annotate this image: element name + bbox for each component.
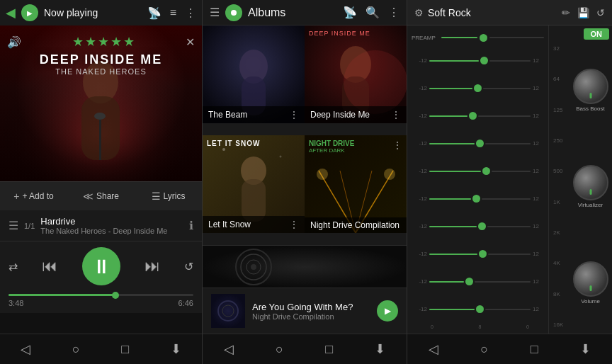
- app-logo: [225, 4, 242, 21]
- nowplaying-header: ◀ ▶ Now playing 📡 ≡ ⋮: [0, 0, 202, 25]
- album-beam-more[interactable]: ⋮: [289, 109, 299, 120]
- eq-slider-1[interactable]: [429, 57, 531, 64]
- equalizer-icon[interactable]: ≡: [170, 6, 176, 19]
- eq-slider-7[interactable]: [429, 222, 531, 230]
- logo-inner: [231, 10, 237, 16]
- nav-down-eq[interactable]: ⬇: [569, 339, 602, 360]
- nav-down[interactable]: ⬇: [159, 339, 193, 360]
- nav-back[interactable]: ◁: [9, 339, 42, 360]
- virtualizer-knob[interactable]: [573, 165, 608, 200]
- preamp-fill-left: [441, 37, 477, 38]
- play-status-icon[interactable]: ▶: [21, 4, 38, 21]
- knob-indicator-v: [589, 189, 591, 195]
- back-icon[interactable]: ◀: [6, 5, 16, 21]
- eq-on-button[interactable]: ON: [584, 28, 610, 40]
- eq-settings-icon[interactable]: ⚙: [414, 7, 424, 18]
- eq-slider-3[interactable]: [429, 112, 531, 120]
- album-card-unknown[interactable]: [203, 245, 407, 288]
- search-icon[interactable]: 🔍: [366, 6, 380, 19]
- svg-point-4: [94, 113, 106, 120]
- bass-boost-knob[interactable]: [573, 69, 608, 104]
- bass-boost-label: Bass Boost: [576, 106, 604, 112]
- eq-slider-6[interactable]: [429, 195, 531, 203]
- nav-back-albums[interactable]: ◁: [212, 339, 245, 360]
- album-deep-more[interactable]: ⋮: [391, 109, 401, 120]
- eq-reset-icon[interactable]: ↺: [596, 7, 605, 18]
- album-card-deep[interactable]: DEEP INSIDE ME Deep Inside Me ⋮: [305, 25, 407, 123]
- virtualizer-knob-container: Virtualizer: [573, 165, 608, 208]
- album-card-snow[interactable]: LET IT SNOW Let It Snow ⋮: [203, 135, 305, 233]
- nav-square[interactable]: □: [110, 339, 140, 360]
- play-icon: ▶: [385, 306, 391, 316]
- bottom-play-button[interactable]: ▶: [377, 300, 398, 322]
- albums-grid: The Beam ⋮: [203, 25, 407, 245]
- progress-fill: [8, 294, 115, 296]
- eq-row-1: -12 12: [407, 51, 548, 71]
- next-button[interactable]: ⏭: [144, 257, 160, 275]
- nowplaying-title: Now playing: [44, 7, 142, 18]
- eq-content: PREAMP -12 12: [407, 25, 612, 334]
- repeat-button[interactable]: ↺: [184, 260, 193, 273]
- progress-times: 3:48 6:46: [8, 299, 193, 307]
- eq-slider-rows: -12 12 -12 12: [407, 47, 548, 323]
- queue-info: ☰ 1/1 Hardrive The Naked Heroes - Deep I…: [0, 210, 202, 241]
- preamp-slider[interactable]: [441, 34, 544, 42]
- on-button-container: ON: [552, 28, 609, 40]
- volume-knob[interactable]: [573, 261, 608, 297]
- eq-slider-2[interactable]: [429, 84, 531, 92]
- eq-slider-9[interactable]: [429, 278, 531, 285]
- eq-slider-8[interactable]: [429, 250, 531, 258]
- volume-icon[interactable]: 🔊: [7, 35, 21, 49]
- star-rating[interactable]: ★★★★★: [72, 34, 135, 50]
- lyrics-button[interactable]: ☰ Lyrics: [135, 188, 202, 205]
- nowplaying-header-actions: 📡 ≡ ⋮: [147, 6, 196, 20]
- snow-text: LET IT SNOW: [207, 140, 260, 147]
- bass-boost-knob-container: Bass Boost: [573, 69, 608, 112]
- nav-down-albums[interactable]: ⬇: [363, 339, 397, 360]
- preamp-row: PREAMP: [407, 28, 548, 47]
- virtualizer-label: Virtualizer: [578, 202, 603, 208]
- queue-icon: ☰: [8, 219, 18, 232]
- nav-home[interactable]: ○: [61, 339, 91, 360]
- nav-square-eq[interactable]: □: [519, 339, 550, 360]
- night-more[interactable]: ⋮: [392, 140, 402, 151]
- total-time: 6:46: [178, 299, 193, 307]
- svg-rect-25: [203, 246, 407, 288]
- album-card-beam[interactable]: The Beam ⋮: [203, 25, 305, 123]
- svg-rect-30: [211, 294, 245, 328]
- add-to-button[interactable]: + + Add to: [0, 188, 67, 205]
- eq-preset: Soft Rock: [428, 7, 557, 18]
- cast-albums-icon[interactable]: 📡: [343, 6, 357, 19]
- albums-panel: ☰ Albums 📡 🔍 ⋮: [202, 0, 407, 364]
- nav-home-eq[interactable]: ○: [469, 339, 499, 360]
- song-title: DEEP INSIDE ME: [0, 52, 202, 67]
- album-snow-more[interactable]: ⋮: [289, 219, 299, 230]
- svg-point-11: [344, 50, 407, 114]
- eq-slider-4[interactable]: [429, 140, 531, 147]
- song-subtitle: THE NAKED HEROES: [0, 67, 202, 76]
- eq-save-icon[interactable]: 💾: [577, 7, 589, 18]
- nav-back-eq[interactable]: ◁: [417, 339, 450, 360]
- more-icon[interactable]: ⋮: [185, 6, 196, 20]
- album-card-night[interactable]: NIGHT DRIVE AFTER DARK ⋮ Night Drive Com…: [305, 135, 407, 233]
- hamburger-icon[interactable]: ☰: [210, 6, 220, 19]
- pause-button[interactable]: ⏸: [82, 247, 120, 285]
- nav-home-albums[interactable]: ○: [264, 339, 295, 360]
- album-label-night: Night Drive Compilation: [305, 217, 407, 233]
- nav-square-albums[interactable]: □: [314, 339, 344, 360]
- prev-button[interactable]: ⏮: [42, 257, 57, 275]
- share-button[interactable]: ≪ Share: [67, 188, 135, 205]
- eq-pen-icon[interactable]: ✏: [562, 7, 570, 18]
- eq-sliders-section: PREAMP -12 12: [407, 25, 548, 334]
- eq-nav-bar: ◁ ○ □ ⬇: [407, 334, 612, 364]
- progress-bar[interactable]: [8, 294, 193, 296]
- albums-bottom-item[interactable]: Are You Going With Me? Night Drive Compi…: [203, 288, 407, 334]
- eq-slider-10[interactable]: [429, 305, 531, 313]
- close-icon[interactable]: ✕: [186, 35, 195, 49]
- shuffle-button[interactable]: ⇄: [8, 260, 18, 273]
- queue-more-icon[interactable]: ℹ: [189, 219, 193, 232]
- preamp-thumb: [480, 34, 487, 42]
- cast-icon[interactable]: 📡: [147, 6, 162, 20]
- eq-slider-5[interactable]: [429, 167, 531, 175]
- more-albums-icon[interactable]: ⋮: [388, 6, 400, 19]
